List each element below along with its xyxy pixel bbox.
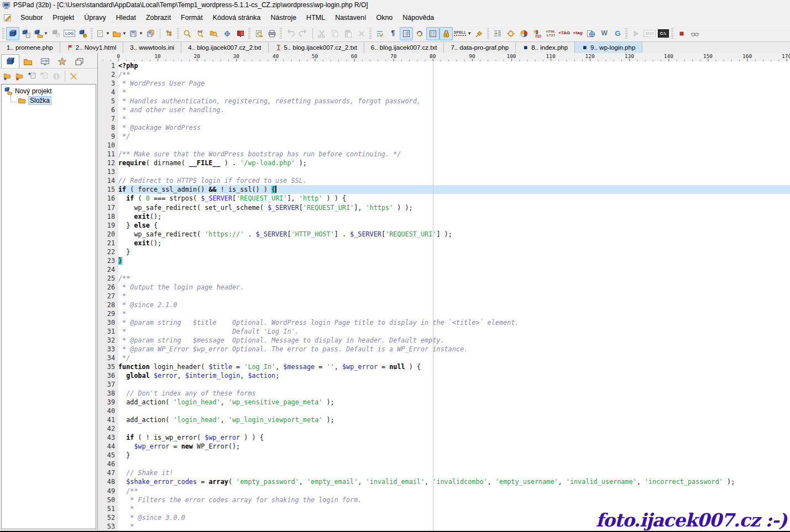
treeDots-icon [165, 29, 174, 38]
show-formatting-button[interactable]: ¶ [386, 27, 400, 40]
menu-zobrazit[interactable]: Zobrazit [141, 12, 176, 23]
cut-button[interactable] [315, 27, 328, 40]
line-number: 30 [98, 318, 118, 327]
indent-button[interactable] [491, 27, 504, 40]
menu-nastaven-[interactable]: Nastavení [330, 12, 371, 23]
color-picker-button[interactable] [517, 27, 531, 40]
stay-on-top-button[interactable] [473, 27, 486, 40]
save-project-button[interactable] [49, 27, 62, 40]
run-script-button[interactable] [629, 27, 642, 40]
log-button[interactable]: LOG [62, 27, 76, 40]
code-line-19: 19 } else { [98, 221, 790, 230]
copy-project-button[interactable] [19, 27, 33, 40]
spell-check-button[interactable]: SPELL▼ [453, 27, 473, 40]
word-wrap-button[interactable] [373, 27, 386, 40]
project-tree[interactable]: Nový projektSložka [1, 84, 96, 529]
code-text: * and other user handling. [118, 106, 790, 114]
menu-projekt[interactable]: Projekt [48, 12, 79, 23]
project-remove-folder-button[interactable] [14, 70, 26, 82]
doc-tab-4-blog-ijacek007-cz-2-txt[interactable]: 4.. blog.ijacek007.cz_2.txt [181, 42, 268, 53]
console-button[interactable]: C:\. [657, 27, 670, 40]
doc-tab-8-index-php[interactable]: 8.. index.php [516, 42, 575, 53]
code-explorer-button[interactable] [234, 27, 247, 40]
file-explorer-button[interactable] [163, 27, 176, 40]
doc-tab-7-data-pro-graf-php[interactable]: 7.. data-pro-graf.php [444, 42, 516, 53]
redo-button[interactable] [297, 27, 310, 40]
menu-soubor[interactable]: Soubor [15, 12, 48, 23]
menu--pravy[interactable]: Úpravy [79, 12, 111, 23]
reformat-button[interactable] [504, 27, 517, 40]
record-macro-button[interactable] [675, 27, 688, 40]
project-add-file-button[interactable] [26, 70, 38, 82]
save-file-button[interactable]: ▼ [128, 27, 144, 40]
windows-panel-tab[interactable] [71, 55, 88, 68]
open-project-button[interactable]: ▼ [33, 27, 49, 40]
save-all-button[interactable] [144, 27, 158, 40]
read-only-lock-button[interactable] [440, 27, 453, 40]
line-number: 37 [98, 380, 118, 389]
ftp-panel-tab[interactable]: FTP [36, 55, 54, 68]
project-info-button[interactable] [50, 70, 62, 82]
binary-view-button[interactable]: 1010 [642, 27, 657, 40]
project-panel-tab[interactable] [1, 54, 19, 68]
doc-tab-9-wp-login-php[interactable]: 9.. wp-login.php [575, 42, 642, 53]
folderSel-icon [18, 96, 29, 104]
search-in-files-button[interactable] [207, 27, 221, 40]
folderMag-icon [210, 29, 218, 38]
project-tools-button[interactable] [67, 70, 80, 82]
code-text [118, 167, 790, 176]
copy-button[interactable] [328, 27, 342, 40]
tag-uppercase-button[interactable]: <TAG [557, 27, 571, 40]
line-number: 38 [98, 389, 118, 398]
doc-tab-2-novy1-html[interactable]: 2.. Novy1.html [60, 42, 124, 53]
syntax-highlight-button[interactable] [413, 27, 426, 40]
favorites-panel-tab[interactable] [54, 55, 71, 68]
menu-n-pov-da[interactable]: Nápověda [397, 12, 439, 23]
lock-icon [442, 29, 451, 38]
side-panel-button[interactable] [426, 27, 440, 40]
new-file-button[interactable]: ▼ [95, 27, 111, 40]
w3c-validate-button[interactable]: W [598, 27, 611, 40]
folder-icon [112, 29, 121, 38]
goto-button[interactable] [221, 27, 234, 40]
code-text: if ( ! is_wp_error( $wp_error ) ) { [118, 433, 790, 442]
code-text: // Shake it! [118, 468, 790, 477]
color-code-button[interactable]: #10 [531, 27, 544, 40]
undo-button[interactable] [284, 27, 297, 40]
paste-button[interactable] [342, 27, 355, 40]
htmltxt-icon: HTML ↳TXT [546, 30, 556, 37]
google-search-button[interactable]: G [611, 27, 624, 40]
menu-form-t[interactable]: Formát [176, 12, 208, 23]
toolbar-grip [487, 28, 489, 39]
tag-lowercase-button[interactable]: <tag [571, 27, 584, 40]
project-add-folder-button[interactable] [2, 70, 14, 82]
preview-button[interactable] [252, 27, 265, 40]
project-settings-button[interactable] [76, 27, 90, 40]
menu-okno[interactable]: Okno [371, 12, 397, 23]
menu-n-stroje[interactable]: Nástroje [266, 12, 302, 23]
doc-tab-1-promene-php[interactable]: 1.. promene.php [0, 42, 60, 53]
print-button[interactable] [265, 27, 279, 40]
menu-k-dov-str-nka[interactable]: Kódová stránka [208, 12, 266, 23]
line-numbers-button[interactable] [400, 27, 413, 40]
menu-hledat[interactable]: Hledat [111, 12, 141, 23]
view-glasses-button[interactable] [688, 27, 702, 40]
code-area[interactable]: 1<?php2/**3 * WordPress User Page4 *5 * … [98, 61, 790, 531]
doc-tab-5-blog-ijacek007-cz-2-txt[interactable]: 5.. blog.ijacek007.cz_2.txt [269, 42, 364, 53]
tree-root-item[interactable]: Nový projekt [2, 86, 96, 96]
new-project-button[interactable] [6, 27, 19, 40]
printer-icon [268, 29, 276, 38]
open-file-button[interactable]: ▼ [111, 27, 128, 40]
code-editor[interactable]: 0102030405060708090100110120130140150160… [98, 53, 790, 531]
browser-preview-button[interactable] [584, 27, 598, 40]
replace-button[interactable]: AZ [194, 27, 207, 40]
html-to-text-button[interactable]: HTML ↳TXT [544, 27, 557, 40]
doc-tab-6-blog-ijacek007-cz-txt[interactable]: 6.. blog.ijacek007.cz.txt [364, 42, 444, 53]
search-button[interactable] [181, 27, 194, 40]
files-panel-tab[interactable] [19, 55, 36, 68]
tree-child-item[interactable]: Složka [2, 96, 96, 105]
project-remove-file-button[interactable] [38, 70, 50, 82]
doc-tab-3-wwwtools-ini[interactable]: 3.. wwwtools.ini [123, 42, 181, 53]
delete-button[interactable] [355, 27, 368, 40]
menu-html[interactable]: HTML [301, 12, 330, 23]
